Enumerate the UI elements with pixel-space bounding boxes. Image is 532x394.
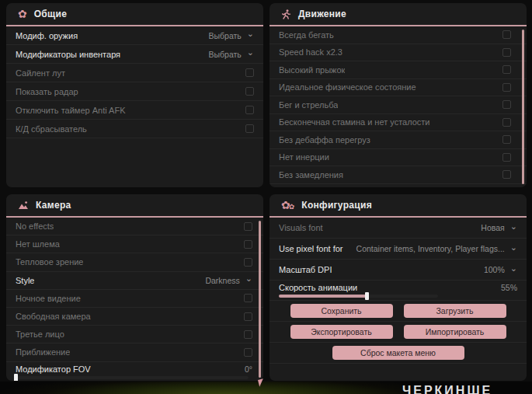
setting-row: Модиф. оружияВыбрать⌄ [6, 26, 263, 45]
panel-header: Камера [6, 194, 263, 218]
setting-label: Приближение [16, 347, 70, 357]
setting-row: Бег и стрельба [269, 96, 527, 114]
checkbox[interactable] [245, 106, 254, 114]
dropdown[interactable]: Container items, Inventory, Player flags… [356, 244, 517, 253]
dropdown[interactable]: Новая⌄ [481, 223, 517, 232]
checkbox[interactable] [244, 240, 252, 249]
setting-row: Use pixel font forContainer items, Inven… [269, 239, 527, 260]
setting-label: Свободная камера [16, 312, 91, 321]
setting-label: Тепловое зрение [16, 257, 83, 267]
setting-row: Высокий прыжок [269, 61, 527, 79]
slider-fill [279, 295, 367, 298]
setting-row: Всегда бегать [269, 26, 527, 44]
chevron-down-icon: ⌄ [510, 264, 517, 273]
panel-title: Движение [298, 9, 346, 19]
setting-row: Идеальное физическое состояние [269, 79, 527, 97]
export-button[interactable]: Экспортировать [290, 325, 393, 339]
import-button[interactable]: Импортировать [404, 325, 506, 339]
setting-row: Speed hack x2.3 [269, 44, 527, 62]
slider[interactable] [16, 376, 249, 379]
checkbox[interactable] [244, 312, 252, 321]
button-row: ЭкспортироватьИмпортировать [269, 322, 527, 343]
setting-label: Идеальное физическое состояние [279, 82, 416, 92]
setting-label: Модиф. оружия [16, 31, 78, 40]
panel-rows: Visuals fontНовая⌄Use pixel font forCont… [269, 218, 527, 364]
scrollbar[interactable] [522, 30, 524, 184]
checkbox[interactable] [502, 30, 511, 39]
setting-row: Отключить таймер Anti AFK [6, 101, 263, 120]
setting-row: Без замедления [269, 166, 527, 184]
setting-label: Высокий прыжок [279, 65, 345, 75]
setting-label: Модификатор FOV [16, 364, 91, 374]
panel-title: Камера [36, 200, 71, 211]
setting-row: Свободная камера [6, 308, 263, 326]
setting-label: Speed hack x2.3 [279, 47, 342, 57]
checkbox[interactable] [502, 170, 511, 179]
dropdown[interactable]: 100%⌄ [484, 265, 517, 274]
setting-label: Style [16, 276, 34, 285]
reset-menu-layout-button[interactable]: Сброс макета меню [332, 346, 464, 360]
dropdown[interactable]: Darkness⌄ [205, 276, 252, 285]
panel-rows: Всегда бегатьSpeed hack x2.3Высокий прыж… [269, 26, 527, 184]
dropdown[interactable]: Выбрать⌄ [208, 50, 254, 59]
setting-row: Масштаб DPI100%⌄ [269, 260, 527, 281]
setting-label: Отключить таймер Anti AFK [16, 106, 126, 115]
panel-title: Конфигурация [301, 200, 372, 211]
dropdown-value: Выбрать [208, 31, 241, 40]
load-button[interactable]: Загрузить [404, 304, 506, 318]
checkbox[interactable] [502, 65, 511, 74]
panel-camera: КамераNo effectsНет шлемаТепловое зрение… [6, 194, 263, 381]
slider[interactable] [279, 295, 438, 298]
slider-value: 55% [501, 283, 517, 292]
gear-icon: ✿ [18, 9, 27, 19]
setting-row: Модификатор FOV0° [6, 362, 263, 382]
scrollbar[interactable] [259, 221, 261, 378]
panel-general: ✿ОбщиеМодиф. оружияВыбрать⌄Модификаторы … [6, 3, 263, 187]
checkbox[interactable] [502, 83, 511, 92]
setting-row: Сайлент лут [6, 64, 263, 82]
checkbox[interactable] [502, 153, 511, 162]
setting-row: Модификаторы инвентаряВыбрать⌄ [6, 45, 263, 64]
setting-label: Use pixel font for [279, 244, 343, 253]
checkbox[interactable] [502, 135, 511, 144]
panel-header: Движение [269, 3, 527, 26]
checkbox[interactable] [244, 348, 252, 357]
chevron-down-icon: ⌄ [510, 222, 517, 231]
mouse-cursor-icon [258, 378, 265, 386]
setting-row-line: Скорость анимации55% [279, 283, 517, 292]
dropdown-value: Новая [481, 223, 504, 232]
setting-label: Модификаторы инвентаря [16, 50, 120, 59]
checkbox[interactable] [244, 222, 252, 231]
setting-label: Масштаб DPI [279, 265, 332, 274]
dropdown[interactable]: Выбрать⌄ [208, 31, 254, 40]
setting-label: К/Д сбрасыватель [16, 124, 87, 134]
save-button[interactable]: Сохранить [290, 304, 393, 318]
setting-row: Нет шлема [6, 235, 263, 253]
checkbox[interactable] [245, 124, 254, 133]
setting-label: Третье лицо [16, 329, 64, 339]
setting-label: Бег и стрельба [279, 100, 338, 110]
slider-handle[interactable] [14, 374, 18, 382]
setting-row: Visuals fontНовая⌄ [269, 218, 527, 239]
checkbox[interactable] [502, 48, 511, 57]
slider-handle[interactable] [365, 292, 369, 300]
background-location-text: ЧЕРКИНШЕ [402, 384, 492, 394]
checkbox[interactable] [244, 294, 252, 302]
checkbox[interactable] [245, 68, 254, 77]
slider-value: 0° [245, 364, 252, 374]
setting-label: Нет инерции [279, 152, 329, 162]
checkbox[interactable] [244, 258, 252, 267]
setting-label: Всегда бегать [279, 30, 334, 40]
setting-row: Тепловое зрение [6, 253, 263, 271]
chevron-down-icon: ⌄ [510, 243, 517, 252]
setting-label: Показать радар [16, 87, 78, 96]
dropdown-value: 100% [484, 265, 505, 274]
chevron-down-icon: ⌄ [247, 30, 254, 38]
setting-row-line: Модификатор FOV0° [16, 364, 252, 374]
dropdown-value: Выбрать [208, 50, 241, 59]
chevron-down-icon: ⌄ [247, 48, 254, 57]
checkbox[interactable] [244, 330, 252, 339]
checkbox[interactable] [245, 87, 254, 96]
checkbox[interactable] [502, 100, 511, 109]
checkbox[interactable] [502, 118, 511, 127]
